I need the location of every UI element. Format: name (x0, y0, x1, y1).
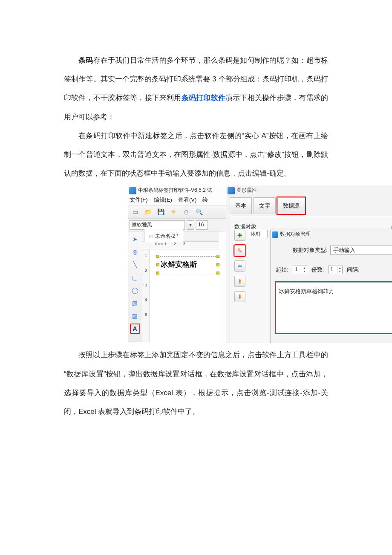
doc-tab-icon: ▭ (149, 230, 153, 243)
image2-tool-icon[interactable]: ▨ (130, 311, 140, 321)
font-family-select[interactable]: 微软雅黑 (130, 220, 185, 230)
data-object-list[interactable]: 冰鲜 (249, 230, 268, 238)
type-label: 数据对象类型: (293, 243, 328, 257)
graphic-properties-dialog: 图形属性 基本 文字 数据源 数据对象 处理方 ✚ ✎ ━ ⬆ ⬇ 冰鲜 数据对… (226, 185, 392, 343)
barcode-software-link[interactable]: 条码打印软件 (182, 94, 225, 102)
resize-handle[interactable] (156, 263, 159, 266)
subdialog-icon (272, 231, 278, 238)
paragraph-2: 在条码打印软件中新建标签之后，点击软件左侧的“实心 A”按钮，在画布上绘制一个普… (64, 127, 328, 183)
remove-item-icon[interactable]: ━ (234, 260, 245, 272)
dialog-title: 图形属性 (236, 185, 257, 197)
menu-draw[interactable]: 绘 (202, 193, 208, 207)
dialog-tabs: 基本 文字 数据源 (226, 195, 392, 214)
pan-tool-icon[interactable]: ◎ (130, 247, 140, 257)
selected-text-object[interactable]: 冰鲜安格斯 (158, 256, 218, 273)
subdialog-title: 数据对象管理 (280, 228, 311, 241)
gap-label: 间隔: (347, 263, 360, 277)
paragraph-1: 条码存在于我们日常生活的多个环节，那么条码是如何制作的呢？如：超市标签制作等。其… (64, 51, 328, 127)
save-icon[interactable]: 💾 (156, 207, 165, 217)
open-folder-icon[interactable]: 📁 (143, 207, 153, 217)
edit-item-icon[interactable]: ✎ (234, 245, 245, 256)
type-select[interactable]: 手动输入 ▼ (330, 246, 392, 255)
resize-handle[interactable] (156, 272, 159, 275)
tab-datasource[interactable]: 数据源 (277, 197, 305, 214)
start-label: 起始: (276, 263, 288, 277)
dialog-icon (228, 187, 235, 194)
content-value: 冰鲜安格斯草格饲菲力 (279, 288, 334, 295)
app-title: 中琅条码标签打印软件-V6.5.2 试 (138, 185, 212, 197)
side-toolbar: ➤ ◎ ╲ ▢ ◯ ▧ ▨ A (128, 231, 142, 342)
font-family-drop-icon[interactable]: ▼ (187, 220, 194, 230)
count-spinner[interactable]: 1 ▲▼ (328, 266, 343, 274)
data-object-manage-dialog: 数据对象管理 数据对象类型: 手动输入 ▼ 起始: 1 ▲▼ (270, 229, 392, 343)
datasource-panel: 数据对象 处理方 ✚ ✎ ━ ⬆ ⬇ 冰鲜 数据对象管理 数据对象类型: (230, 216, 392, 343)
move-up-icon[interactable]: ⬆ (234, 276, 245, 287)
tab-basic[interactable]: 基本 (230, 197, 252, 214)
gear-icon[interactable]: ✳ (169, 207, 178, 217)
zoom-icon[interactable]: 🔍 (194, 207, 204, 217)
paragraph-3: 按照以上步骤在标签上添加完固定不变的信息之后，点击软件上方工具栏中的“数据库设置… (64, 346, 328, 421)
resize-handle[interactable] (216, 272, 219, 275)
ellipse-tool-icon[interactable]: ◯ (130, 285, 140, 295)
start-spinner[interactable]: 1 ▲▼ (293, 266, 307, 274)
resize-handle[interactable] (216, 255, 219, 258)
canvas[interactable]: 冰鲜安格斯 (150, 249, 219, 342)
image-tool-icon[interactable]: ▧ (130, 298, 140, 308)
count-label: 份数: (311, 263, 324, 277)
resize-handle[interactable] (216, 263, 219, 266)
new-doc-icon[interactable]: ▭ (130, 207, 140, 217)
canvas-text: 冰鲜安格斯 (161, 255, 197, 274)
content-input[interactable]: 冰鲜安格斯草格饲菲力 (276, 282, 392, 333)
text-tool-icon[interactable]: A (130, 324, 140, 334)
move-down-icon[interactable]: ⬇ (234, 291, 245, 302)
line-tool-icon[interactable]: ╲ (130, 260, 140, 270)
resize-handle[interactable] (156, 255, 159, 258)
bold-lead: 条码 (78, 56, 93, 64)
font-size-select[interactable]: 16 (196, 220, 208, 230)
roundrect-tool-icon[interactable]: ▢ (130, 272, 140, 283)
pointer-tool-icon[interactable]: ➤ (130, 234, 140, 244)
type-value: 手动输入 (333, 243, 355, 257)
add-item-icon[interactable]: ✚ (234, 230, 245, 241)
ruler-vertical: 1 2 3 4 5 (142, 249, 150, 342)
app-screenshot: 中琅条码标签打印软件-V6.5.2 试 文件(F) 编辑(E) 查看(V) 绘 … (128, 185, 392, 343)
tab-text[interactable]: 文字 (254, 197, 276, 214)
print-icon[interactable]: ⎙ (182, 207, 191, 217)
ruler-horizontal: 0 cm 1 2 3 (142, 242, 219, 249)
